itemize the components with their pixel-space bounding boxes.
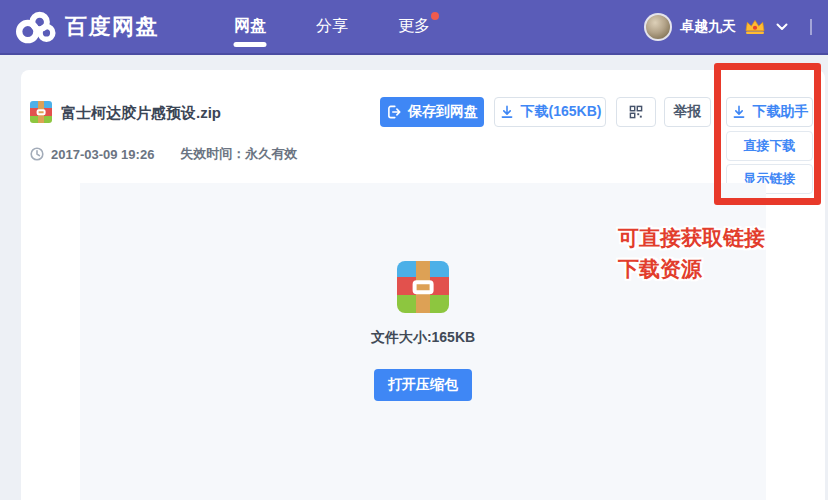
clock-icon bbox=[30, 147, 44, 161]
expire-info: 失效时间：永久有效 bbox=[180, 145, 297, 163]
brand-name: 百度网盘 bbox=[65, 12, 159, 42]
tab-netdisk-label: 网盘 bbox=[234, 16, 266, 37]
top-navbar: 百度网盘 网盘 分享 更多 卓越九天 bbox=[0, 0, 828, 55]
download-helper-label: 下载助手 bbox=[753, 103, 809, 121]
report-label: 举报 bbox=[674, 103, 702, 121]
header-divider bbox=[810, 19, 812, 35]
download-label: 下载(165KB) bbox=[521, 103, 602, 121]
tab-share-label: 分享 bbox=[316, 16, 348, 37]
save-label: 保存到网盘 bbox=[408, 103, 478, 121]
report-button[interactable]: 举报 bbox=[664, 97, 711, 127]
username: 卓越九天 bbox=[680, 18, 736, 36]
qr-code-icon bbox=[628, 104, 644, 120]
baidu-cloud-icon bbox=[16, 10, 56, 44]
zip-file-icon bbox=[30, 101, 52, 123]
tab-more-label: 更多 bbox=[398, 16, 430, 37]
tab-share[interactable]: 分享 bbox=[291, 0, 373, 54]
active-tab-underline bbox=[234, 42, 267, 47]
download-arrow-icon bbox=[499, 104, 515, 120]
tab-more[interactable]: 更多 bbox=[373, 0, 455, 54]
annotation-text: 可直接获取链接 下载资源 bbox=[618, 222, 765, 284]
download-helper-button[interactable]: 下载助手 bbox=[726, 97, 813, 127]
main-nav: 网盘 分享 更多 bbox=[209, 0, 455, 54]
brand[interactable]: 百度网盘 bbox=[16, 10, 159, 44]
notification-dot bbox=[431, 12, 439, 20]
page: 百度网盘 网盘 分享 更多 卓越九天 bbox=[0, 0, 828, 500]
annotation-line-2: 下载资源 bbox=[618, 253, 765, 284]
tab-netdisk[interactable]: 网盘 bbox=[209, 0, 291, 54]
export-icon bbox=[386, 104, 402, 120]
file-size-label: 文件大小:165KB bbox=[80, 329, 766, 347]
share-panel: 富士柯达胶片感预设.zip 2017-03-09 19:26 失效时间：永久有效… bbox=[21, 70, 825, 500]
save-to-netdisk-button[interactable]: 保存到网盘 bbox=[380, 97, 484, 127]
annotation-line-1: 可直接获取链接 bbox=[618, 222, 765, 253]
download-arrow-icon bbox=[731, 104, 747, 120]
user-menu[interactable]: 卓越九天 bbox=[644, 13, 812, 41]
share-time: 2017-03-09 19:26 bbox=[51, 147, 154, 162]
chevron-down-icon bbox=[776, 23, 788, 31]
download-button[interactable]: 下载(165KB) bbox=[494, 97, 606, 127]
zip-archive-icon bbox=[397, 261, 449, 313]
avatar bbox=[644, 13, 672, 41]
file-meta: 2017-03-09 19:26 失效时间：永久有效 bbox=[30, 145, 297, 163]
menu-item-direct-download[interactable]: 直接下载 bbox=[726, 131, 813, 161]
open-archive-button[interactable]: 打开压缩包 bbox=[374, 369, 472, 401]
vip-crown-icon bbox=[744, 18, 766, 36]
file-name: 富士柯达胶片感预设.zip bbox=[61, 104, 221, 123]
qr-code-button[interactable] bbox=[616, 97, 656, 127]
